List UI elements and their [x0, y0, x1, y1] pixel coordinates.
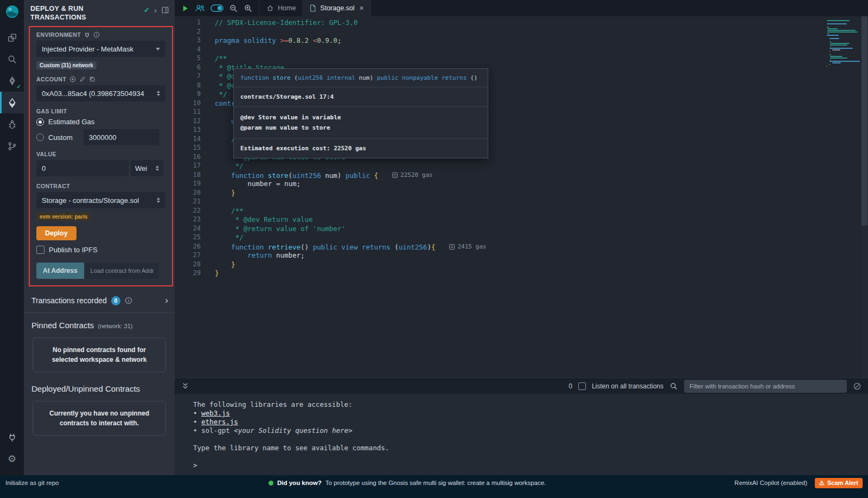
toggle-switch-icon[interactable]	[210, 4, 224, 12]
code-line[interactable]	[215, 197, 868, 207]
transactions-expand-chevron-icon[interactable]: ›	[165, 295, 168, 306]
line-number[interactable]: 22	[175, 207, 201, 216]
code-line[interactable]: */	[215, 162, 868, 171]
line-number[interactable]: 9	[175, 90, 201, 99]
copy-account-icon[interactable]	[89, 76, 95, 82]
line-number[interactable]: 12	[175, 117, 201, 126]
line-number[interactable]: 24	[175, 225, 201, 234]
scam-alert-badge[interactable]: ⚠ Scam Alert	[815, 478, 863, 488]
code-line[interactable]	[215, 46, 868, 55]
git-init-button[interactable]: Initialize as git repo	[5, 480, 59, 486]
sidebar-item-git[interactable]	[0, 135, 24, 157]
line-number[interactable]: 20	[175, 189, 201, 198]
sidebar-item-debugger[interactable]	[0, 113, 24, 135]
info-icon[interactable]	[93, 31, 100, 38]
editor-scrollbar[interactable]	[861, 16, 868, 378]
info-icon[interactable]	[125, 297, 132, 304]
line-number[interactable]: 28	[175, 260, 201, 270]
line-number[interactable]: 6	[175, 63, 201, 73]
terminal-link[interactable]: web3.js	[201, 409, 230, 417]
custom-gas-radio[interactable]	[36, 133, 44, 141]
value-unit-select[interactable]: Wei	[131, 160, 163, 176]
code-line[interactable]: /**	[215, 54, 868, 63]
edit-account-icon[interactable]	[79, 76, 86, 82]
line-number[interactable]: 4	[175, 46, 201, 55]
terminal-link[interactable]: ethers.js	[201, 418, 238, 426]
tab-home[interactable]: Home	[259, 0, 302, 16]
environment-select[interactable]: Injected Provider - MetaMask	[36, 41, 165, 57]
line-number[interactable]: 3	[175, 36, 201, 46]
scrollbar-thumb[interactable]	[861, 16, 867, 226]
line-number[interactable]: 7	[175, 72, 201, 81]
line-number[interactable]: 18	[175, 171, 201, 180]
line-number[interactable]: 17	[175, 162, 201, 171]
contract-select[interactable]: Storage - contracts/Storage.sol	[36, 192, 165, 208]
line-number[interactable]: 26	[175, 242, 201, 252]
publish-ipfs-checkbox[interactable]	[36, 246, 44, 254]
add-account-icon[interactable]	[69, 76, 76, 82]
code-line[interactable]: }	[215, 260, 868, 270]
line-number[interactable]: 2	[175, 28, 201, 37]
remix-logo-icon[interactable]	[5, 4, 20, 19]
sidebar-item-workspaces[interactable]	[0, 27, 24, 48]
zoom-out-icon[interactable]	[229, 4, 238, 13]
line-number[interactable]: 25	[175, 233, 201, 242]
line-number[interactable]: 29	[175, 269, 201, 278]
line-number[interactable]: 11	[175, 108, 201, 117]
account-select[interactable]: 0xA03...85ac4 (0.398673504934	[36, 85, 165, 101]
at-address-input[interactable]	[85, 263, 159, 279]
panel-expand-chevron-icon[interactable]: ›	[154, 6, 157, 14]
code-line[interactable]: }	[215, 269, 868, 278]
terminal-search-icon[interactable]	[669, 382, 678, 391]
code-line[interactable]: */	[215, 233, 868, 242]
line-number[interactable]: 5	[175, 54, 201, 63]
code-line[interactable]: // SPDX-License-Identifier: GPL-3.0	[215, 18, 868, 28]
terminal[interactable]: The following libraries are accessible:•…	[175, 394, 868, 475]
close-tab-icon[interactable]: ×	[360, 4, 364, 12]
at-address-button[interactable]: At Address	[36, 263, 84, 279]
tab-storage-sol[interactable]: Storage.sol ×	[302, 0, 371, 16]
zoom-in-icon[interactable]	[244, 4, 253, 13]
line-number[interactable]: 8	[175, 81, 201, 91]
line-number[interactable]: 13	[175, 126, 201, 135]
custom-gas-input[interactable]	[84, 129, 159, 145]
value-input[interactable]	[36, 160, 129, 176]
line-number[interactable]: 27	[175, 251, 201, 260]
code-editor[interactable]: 1234567891011121314151617181920212223242…	[175, 16, 868, 378]
code-line[interactable]: number = num;	[215, 180, 868, 189]
copilot-status[interactable]: RemixAI Copilot (enabled)	[735, 480, 807, 486]
deploy-button[interactable]: Deploy	[36, 226, 76, 240]
terminal-lines: The following libraries are accessible:•…	[193, 400, 868, 470]
listen-all-transactions-checkbox[interactable]	[578, 382, 586, 390]
line-number[interactable]: 19	[175, 180, 201, 189]
code-line[interactable]: function retrieve() public view returns …	[215, 242, 868, 252]
code-line[interactable]: }	[215, 189, 868, 198]
sidebar-item-settings[interactable]: ⚙	[0, 448, 24, 470]
line-number[interactable]: 16	[175, 153, 201, 162]
live-collab-people-icon[interactable]	[195, 4, 205, 12]
code-line[interactable]	[215, 28, 868, 37]
panel-pin-icon[interactable]	[161, 6, 169, 14]
minimap[interactable]	[827, 20, 859, 67]
sidebar-item-solidity-compiler[interactable]: ✓	[0, 70, 24, 92]
clear-terminal-icon[interactable]	[853, 382, 861, 391]
estimated-gas-radio[interactable]	[36, 118, 44, 126]
line-number[interactable]: 23	[175, 215, 201, 225]
transaction-filter-input[interactable]	[684, 380, 847, 393]
sidebar-item-deploy-run[interactable]	[0, 92, 24, 113]
line-number[interactable]: 10	[175, 99, 201, 108]
code-line[interactable]: return number;	[215, 251, 868, 260]
code-line[interactable]: * @return value of 'number'	[215, 225, 868, 234]
code-line[interactable]: /**	[215, 207, 868, 216]
code-line[interactable]: function store(uint256 num) public {2252…	[215, 171, 868, 180]
sidebar-item-plugin-manager[interactable]	[0, 426, 24, 448]
line-number[interactable]: 1	[175, 18, 201, 28]
run-script-icon[interactable]	[181, 4, 189, 12]
sidebar-item-search[interactable]	[0, 48, 24, 70]
line-number[interactable]: 14	[175, 135, 201, 144]
code-line[interactable]: * @dev Return value	[215, 215, 868, 225]
collapse-terminal-icon[interactable]	[181, 382, 189, 390]
line-number[interactable]: 21	[175, 197, 201, 207]
code-line[interactable]: pragma solidity >=0.8.2 <0.9.0;	[215, 36, 868, 46]
line-number[interactable]: 15	[175, 144, 201, 153]
